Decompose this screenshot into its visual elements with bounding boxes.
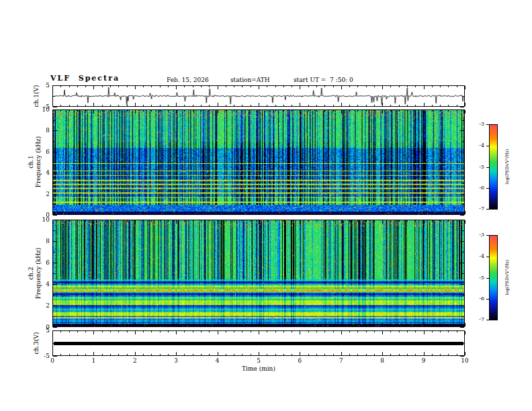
x-tick	[69, 105, 70, 106]
x-tick	[275, 110, 276, 111]
x-tick	[465, 103, 466, 106]
x-tick-label: 2	[133, 358, 137, 364]
x-tick	[374, 220, 375, 222]
x-tick	[93, 211, 94, 214]
x-tick	[234, 331, 234, 332]
x-tick	[283, 86, 284, 87]
x-tick	[324, 220, 325, 222]
x-tick	[218, 331, 218, 334]
x-tick	[77, 354, 78, 355]
x-tick	[382, 331, 383, 334]
x-tick	[333, 213, 334, 214]
x-tick	[341, 323, 342, 326]
x-tick	[283, 325, 284, 326]
x-tick	[333, 110, 334, 111]
x-tick	[60, 325, 61, 326]
x-tick	[118, 213, 119, 214]
x-tick	[110, 325, 111, 326]
x-tick	[316, 354, 317, 355]
colorbar-tick	[486, 209, 489, 210]
x-tick	[448, 354, 449, 355]
x-tick	[366, 325, 367, 326]
x-tick	[432, 110, 433, 111]
x-tick	[457, 86, 457, 87]
x-tick	[424, 331, 425, 334]
x-tick	[160, 86, 161, 87]
x-tick	[102, 354, 103, 355]
x-tick	[275, 213, 276, 214]
x-tick	[407, 105, 408, 106]
x-tick	[448, 105, 449, 106]
y-minor-tick	[462, 163, 464, 163]
x-tick	[259, 103, 259, 106]
figure-title: VLF Spectra	[50, 75, 120, 82]
y-minor-tick	[53, 273, 55, 274]
x-tick	[69, 220, 70, 222]
x-tick	[448, 325, 449, 326]
x-tick	[357, 86, 358, 87]
x-tick	[168, 213, 169, 214]
x-tick	[465, 352, 466, 355]
x-tick	[218, 352, 218, 355]
x-tick	[374, 354, 375, 355]
y-tick-label: 5	[35, 328, 50, 334]
y-minor-tick	[462, 316, 464, 317]
x-tick	[77, 331, 78, 332]
x-tick	[357, 105, 358, 106]
x-tick	[135, 86, 136, 89]
ch1-spectrogram-canvas	[53, 110, 464, 214]
y-minor-tick	[462, 152, 464, 152]
x-tick	[308, 105, 309, 106]
x-tick	[77, 220, 78, 222]
x-tick	[151, 325, 152, 326]
x-tick	[93, 103, 94, 106]
y-tick-label: 10	[35, 107, 50, 113]
x-tick	[218, 220, 218, 224]
x-tick	[85, 325, 86, 326]
x-tick	[399, 86, 400, 87]
y-minor-tick	[462, 130, 464, 131]
x-tick	[176, 86, 177, 89]
x-tick	[275, 354, 276, 355]
x-tick	[209, 105, 210, 106]
colorbar-tick	[486, 320, 489, 320]
x-tick	[465, 86, 466, 89]
x-tick	[127, 86, 128, 87]
x-tick	[292, 105, 292, 106]
colorbar-tick-label: -6	[471, 185, 484, 191]
x-tick	[324, 110, 325, 111]
y-minor-tick	[53, 295, 55, 295]
x-tick	[407, 86, 408, 87]
y-tick-label: 2	[35, 303, 50, 309]
x-tick	[193, 110, 193, 111]
x-tick	[102, 325, 103, 326]
y-minor-tick	[462, 343, 464, 344]
x-tick	[333, 354, 334, 355]
x-tick	[251, 86, 251, 87]
x-tick	[168, 105, 169, 106]
x-tick-label: 6	[298, 358, 302, 364]
x-tick	[226, 105, 226, 106]
y-minor-tick	[462, 120, 464, 121]
x-tick	[85, 86, 86, 87]
x-tick	[341, 331, 342, 334]
x-tick	[77, 213, 78, 214]
y-minor-tick	[53, 343, 55, 344]
x-tick	[160, 354, 161, 355]
x-tick	[110, 331, 111, 332]
x-tick	[267, 110, 267, 111]
colorbar-tick-label: -4	[471, 254, 484, 259]
y-minor-tick	[53, 215, 55, 216]
x-tick	[77, 105, 78, 106]
x-tick	[193, 325, 193, 326]
colorbar-tick-label: -3	[471, 122, 484, 127]
y-tick-label: 4	[35, 281, 50, 287]
x-tick	[69, 331, 70, 332]
y-minor-tick	[53, 183, 55, 184]
x-tick	[209, 325, 210, 326]
x-tick	[399, 354, 400, 355]
x-tick	[349, 325, 350, 326]
x-tick	[457, 110, 457, 111]
x-tick	[160, 105, 161, 106]
x-tick	[283, 220, 284, 222]
